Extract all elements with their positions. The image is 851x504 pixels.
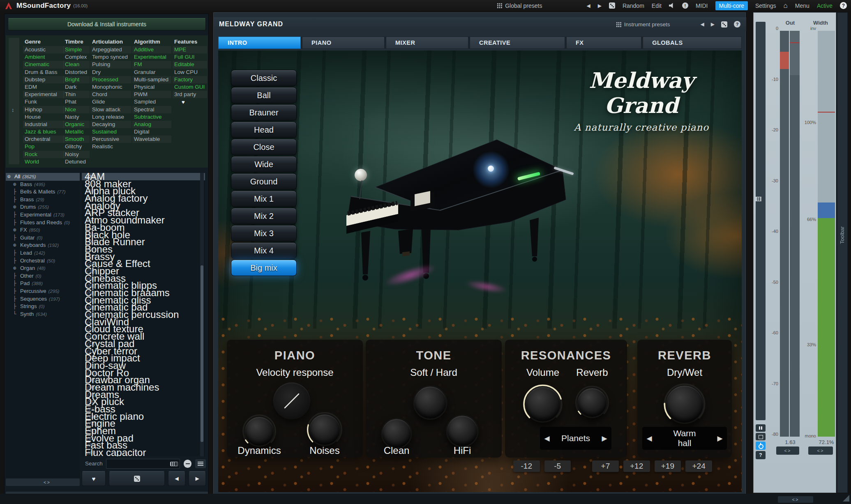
filter-item[interactable]: Wavetable [132, 136, 171, 143]
tab[interactable]: MIXER [386, 37, 468, 49]
tree-item[interactable]: ├Orchestral(50) [6, 257, 80, 265]
alert-icon[interactable]: ! [682, 2, 688, 9]
mic-position-button[interactable]: Mix 1 [231, 191, 297, 207]
filter-item[interactable]: Bright [63, 76, 90, 83]
filter-item[interactable]: Orchestral [23, 136, 64, 143]
mic-position-button[interactable]: Ball [231, 87, 297, 104]
filter-item[interactable]: Dry [90, 69, 131, 76]
favorites-filter[interactable]: ♥ [173, 98, 207, 106]
toolbar-strip[interactable]: Toolbar [837, 12, 848, 493]
random-preset-icon[interactable] [609, 2, 615, 9]
width-meter-handle[interactable]: <> [808, 446, 833, 455]
help-icon[interactable]: ? [840, 2, 847, 9]
semitone-button[interactable]: +12 [623, 460, 650, 472]
filter-item[interactable]: Experimental [132, 53, 171, 61]
scrollbar-thumb[interactable] [201, 265, 203, 442]
filter-item[interactable]: Distorted [63, 69, 90, 76]
mic-position-button[interactable]: Close [231, 139, 297, 155]
home-icon[interactable]: ⌂ [784, 2, 788, 9]
tab[interactable]: INTRO [218, 37, 301, 49]
tree-item[interactable]: ├Flutes and Reeds(0) [6, 219, 80, 227]
reverb-type-selector[interactable]: ◀ Warm hall ▶ [642, 427, 727, 450]
filter-item[interactable]: Glitchy [63, 143, 90, 150]
edit-button[interactable]: Edit [652, 2, 662, 9]
filter-item[interactable]: World [23, 158, 64, 166]
active-status[interactable]: Active [817, 2, 833, 9]
tree-expand-icon[interactable]: ├ [13, 272, 20, 280]
mic-position-button[interactable]: Classic [231, 70, 297, 86]
semitone-button[interactable]: -5 [544, 460, 571, 472]
mic-position-button[interactable]: Big mix [231, 260, 297, 276]
instrument-help-icon[interactable]: ? [734, 21, 740, 28]
filter-item[interactable]: 3rd party [173, 91, 207, 98]
preset-item[interactable]: Flux capacitor(35) [82, 449, 205, 456]
resonance-type-selector[interactable]: ◀ Planets ▶ [540, 427, 611, 450]
prev-icon[interactable]: ◀ [540, 434, 554, 443]
filter-item[interactable]: House [23, 113, 64, 121]
out-meter-handle[interactable]: <> [776, 446, 799, 455]
mic-position-button[interactable]: Wide [231, 156, 297, 173]
filter-item[interactable]: Nice [63, 106, 90, 113]
tree-expand-icon[interactable]: ⊕ [13, 203, 20, 211]
prev-preset-button[interactable]: ◀ [168, 471, 185, 486]
next-preset-button[interactable]: ▶ [189, 471, 206, 486]
tree-resize-handle[interactable]: <> [6, 479, 80, 486]
search-input[interactable] [106, 459, 180, 468]
filter-item[interactable]: Full GUI [173, 53, 207, 61]
hifi-knob[interactable] [446, 414, 479, 447]
filter-item[interactable]: EDM [23, 83, 64, 91]
tree-expand-icon[interactable]: ⊕ [13, 242, 20, 249]
tree-item[interactable]: ├Sequences(197) [6, 295, 80, 303]
filter-item[interactable]: Custom GUI [173, 83, 207, 91]
clean-knob[interactable] [381, 418, 412, 449]
settings-button[interactable]: Settings [755, 2, 776, 9]
filter-scroll-strip[interactable]: ↕ [9, 38, 19, 164]
filter-item[interactable]: Rock [23, 151, 64, 158]
mic-position-button[interactable]: Mix 4 [231, 242, 297, 259]
tree-expand-icon[interactable]: ├ [13, 219, 20, 227]
filter-item[interactable]: Multi-sampled [132, 76, 171, 83]
filter-item[interactable]: Sustained [90, 128, 131, 136]
tree-expand-icon[interactable]: ├ [13, 234, 20, 242]
filter-item[interactable]: Hiphop [23, 106, 64, 113]
filter-item[interactable]: Drum & Bass [23, 69, 64, 76]
next-icon[interactable]: ▶ [597, 434, 611, 443]
tree-expand-icon[interactable]: ├ [13, 288, 20, 295]
dynamics-knob[interactable] [244, 416, 275, 447]
filter-item[interactable]: Noisy [63, 151, 90, 158]
meter-help-icon[interactable]: ? [756, 451, 766, 459]
speaker-icon[interactable] [669, 3, 675, 8]
instrument-presets-button[interactable]: Instrument presets [616, 21, 670, 28]
soft-hard-knob[interactable] [413, 385, 447, 420]
filter-item[interactable]: Physical [132, 83, 171, 91]
filter-item[interactable]: Processed [90, 76, 131, 83]
download-install-button[interactable]: Download & Install instruments [8, 18, 206, 30]
keyboard-icon[interactable] [170, 462, 178, 466]
filter-item[interactable]: Metallic [63, 128, 90, 136]
filter-item[interactable]: Phat [63, 98, 90, 106]
global-presets-button[interactable]: Global presets [497, 2, 542, 9]
filter-item[interactable]: FM [132, 61, 171, 68]
prev-icon[interactable]: ◀ [642, 434, 656, 443]
tab[interactable]: GLOBALS [643, 37, 742, 49]
filter-item[interactable]: Granular [132, 69, 171, 76]
tree-expand-icon[interactable]: ⊕ [13, 226, 20, 234]
tree-item[interactable]: ├Experimental(173) [6, 211, 80, 219]
tree-expand-icon[interactable]: ├ [13, 280, 20, 288]
filter-item[interactable]: Analog [132, 121, 171, 128]
tree-item[interactable]: ├Guitar(0) [6, 234, 80, 242]
tree-item[interactable]: ├Percussive(295) [6, 288, 80, 295]
tree-expand-icon[interactable]: ├ [13, 303, 20, 311]
filter-item[interactable]: Spectral [132, 106, 171, 113]
filter-item[interactable]: Pop [23, 143, 64, 150]
filter-item[interactable]: Funk [23, 98, 64, 106]
noises-knob[interactable] [308, 413, 341, 446]
tree-expand-icon[interactable]: ⊕ [13, 181, 20, 189]
next-preset-button[interactable]: ▶ [598, 3, 602, 9]
tree-item[interactable]: ├Strings(0) [6, 303, 80, 311]
power-button[interactable] [756, 442, 766, 450]
filter-item[interactable]: Chord [90, 91, 131, 98]
pause-meter-button[interactable] [756, 424, 766, 432]
tree-item[interactable]: ├Pad(388) [6, 280, 80, 288]
filter-item[interactable]: PWM [132, 91, 171, 98]
